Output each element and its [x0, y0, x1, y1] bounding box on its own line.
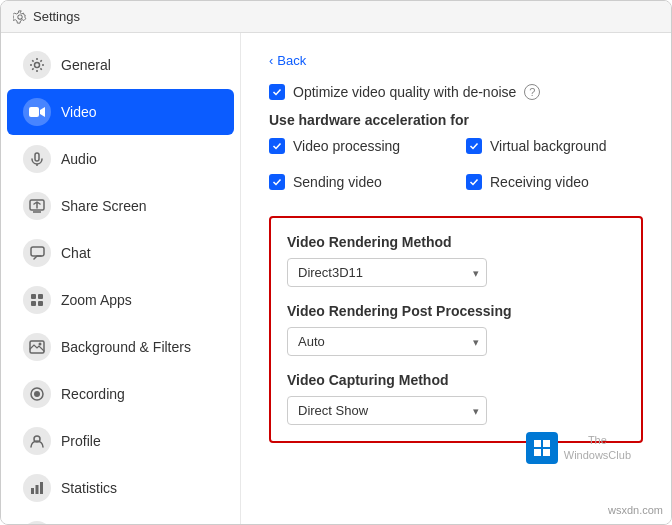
- svg-rect-18: [40, 482, 43, 494]
- statistics-icon: [23, 474, 51, 502]
- wsxdn-label: wsxdn.com: [608, 504, 663, 516]
- svg-rect-28: [534, 440, 541, 447]
- titlebar-title: Settings: [33, 9, 80, 24]
- sidebar-label-background: Background & Filters: [61, 339, 191, 355]
- watermark-line1: The: [564, 433, 631, 448]
- video-processing-checkbox[interactable]: [269, 138, 285, 154]
- video-icon: [23, 98, 51, 126]
- share-screen-icon: [23, 192, 51, 220]
- sidebar-label-share-screen: Share Screen: [61, 198, 147, 214]
- capturing-method-title: Video Capturing Method: [287, 372, 625, 388]
- sidebar-item-video[interactable]: Video: [7, 89, 234, 135]
- keyboard-icon: [23, 521, 51, 524]
- general-icon: [23, 51, 51, 79]
- sidebar-item-zoom-apps[interactable]: Zoom Apps: [7, 277, 234, 323]
- rendering-post-section: Video Rendering Post Processing Auto Non…: [287, 303, 625, 356]
- settings-window: Settings General: [0, 0, 672, 525]
- sidebar-item-background[interactable]: Background & Filters: [7, 324, 234, 370]
- svg-rect-16: [31, 488, 34, 494]
- settings-icon: [13, 10, 27, 24]
- main-panel: ‹ Back Optimize video quality with de-no…: [241, 33, 671, 524]
- sidebar-item-audio[interactable]: Audio: [7, 136, 234, 182]
- info-icon[interactable]: ?: [524, 84, 540, 100]
- hw-accel-label: Use hardware acceleration for: [269, 112, 643, 128]
- svg-rect-8: [38, 294, 43, 299]
- svg-rect-1: [29, 107, 39, 117]
- optimize-checkbox[interactable]: [269, 84, 285, 100]
- svg-rect-17: [36, 485, 39, 494]
- titlebar: Settings: [1, 1, 671, 33]
- hw-sending-video: Sending video: [269, 174, 446, 190]
- sidebar-label-audio: Audio: [61, 151, 97, 167]
- watermark-logo: [526, 432, 558, 464]
- hw-video-processing: Video processing: [269, 138, 446, 154]
- rendering-post-title: Video Rendering Post Processing: [287, 303, 625, 319]
- capturing-method-select-wrapper: Direct Show Windows Image Acquisition Au…: [287, 396, 487, 425]
- svg-rect-6: [31, 247, 44, 256]
- main-content: General Video: [1, 33, 671, 524]
- sending-video-label: Sending video: [293, 174, 382, 190]
- svg-rect-7: [31, 294, 36, 299]
- sidebar: General Video: [1, 33, 241, 524]
- rendering-options-box: Video Rendering Method Direct3D11 Direct…: [269, 216, 643, 443]
- virtual-bg-checkbox[interactable]: [466, 138, 482, 154]
- svg-rect-10: [38, 301, 43, 306]
- sidebar-label-video: Video: [61, 104, 97, 120]
- sidebar-label-zoom-apps: Zoom Apps: [61, 292, 132, 308]
- sidebar-item-statistics[interactable]: Statistics: [7, 465, 234, 511]
- audio-icon: [23, 145, 51, 173]
- rendering-method-section: Video Rendering Method Direct3D11 Direct…: [287, 234, 625, 287]
- sidebar-item-chat[interactable]: Chat: [7, 230, 234, 276]
- watermark-line2: WindowsClub: [564, 448, 631, 463]
- chat-icon: [23, 239, 51, 267]
- back-label: Back: [277, 53, 306, 68]
- sidebar-item-share-screen[interactable]: Share Screen: [7, 183, 234, 229]
- sidebar-label-general: General: [61, 57, 111, 73]
- optimize-row: Optimize video quality with de-noise ?: [269, 84, 643, 100]
- rendering-post-select-wrapper: Auto None Enhanced ▾: [287, 327, 487, 356]
- background-icon: [23, 333, 51, 361]
- watermark: The WindowsClub: [526, 432, 631, 464]
- hw-accel-grid: Video processing Virtual background Send…: [269, 138, 643, 202]
- receiving-video-checkbox[interactable]: [466, 174, 482, 190]
- virtual-bg-label: Virtual background: [490, 138, 606, 154]
- svg-rect-29: [543, 440, 550, 447]
- svg-point-0: [35, 63, 40, 68]
- capturing-method-select[interactable]: Direct Show Windows Image Acquisition Au…: [287, 396, 487, 425]
- rendering-method-select[interactable]: Direct3D11 Direct3D9 OpenGL Auto: [287, 258, 487, 287]
- receiving-video-label: Receiving video: [490, 174, 589, 190]
- sidebar-label-profile: Profile: [61, 433, 101, 449]
- hw-virtual-bg: Virtual background: [466, 138, 643, 154]
- sidebar-label-recording: Recording: [61, 386, 125, 402]
- optimize-label: Optimize video quality with de-noise: [293, 84, 516, 100]
- hw-receiving-video: Receiving video: [466, 174, 643, 190]
- sidebar-item-general[interactable]: General: [7, 42, 234, 88]
- video-processing-label: Video processing: [293, 138, 400, 154]
- svg-rect-9: [31, 301, 36, 306]
- rendering-post-select[interactable]: Auto None Enhanced: [287, 327, 487, 356]
- back-link[interactable]: ‹ Back: [269, 53, 643, 68]
- sidebar-label-chat: Chat: [61, 245, 91, 261]
- sidebar-item-keyboard[interactable]: Keyboard Shortcuts: [7, 512, 234, 524]
- svg-rect-31: [543, 449, 550, 456]
- svg-rect-30: [534, 449, 541, 456]
- watermark-text: The WindowsClub: [564, 433, 631, 464]
- recording-icon: [23, 380, 51, 408]
- svg-point-12: [39, 343, 42, 346]
- svg-rect-2: [35, 153, 39, 161]
- sidebar-item-recording[interactable]: Recording: [7, 371, 234, 417]
- svg-point-14: [34, 391, 40, 397]
- zoom-apps-icon: [23, 286, 51, 314]
- sidebar-label-statistics: Statistics: [61, 480, 117, 496]
- rendering-method-select-wrapper: Direct3D11 Direct3D9 OpenGL Auto ▾: [287, 258, 487, 287]
- capturing-method-section: Video Capturing Method Direct Show Windo…: [287, 372, 625, 425]
- rendering-method-title: Video Rendering Method: [287, 234, 625, 250]
- back-chevron-icon: ‹: [269, 53, 273, 68]
- sending-video-checkbox[interactable]: [269, 174, 285, 190]
- profile-icon: [23, 427, 51, 455]
- sidebar-item-profile[interactable]: Profile: [7, 418, 234, 464]
